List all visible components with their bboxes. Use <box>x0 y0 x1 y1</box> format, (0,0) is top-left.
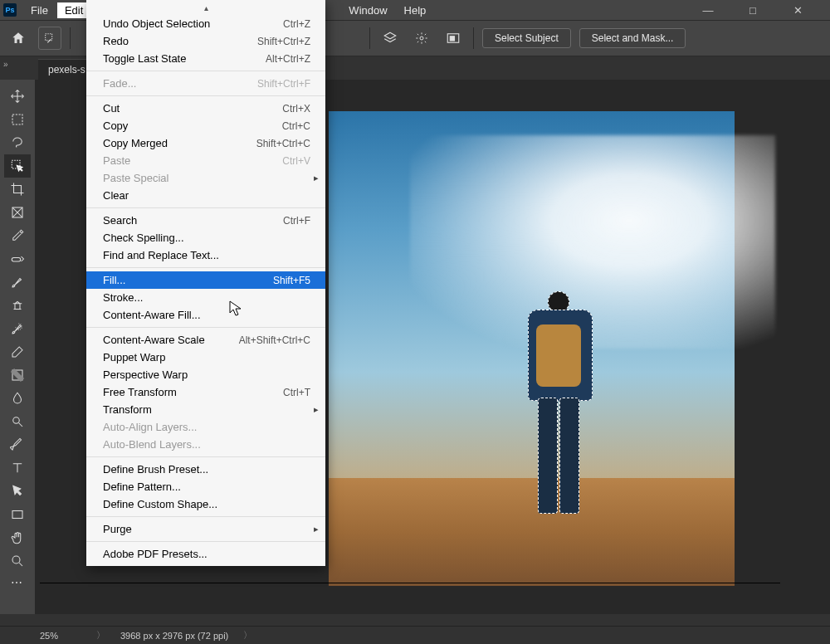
menu-item-label: Define Brush Preset... <box>103 463 208 476</box>
menu-item-label: Define Pattern... <box>103 481 181 493</box>
marquee-tool[interactable] <box>4 108 31 131</box>
close-button[interactable]: ✕ <box>785 2 810 18</box>
dodge-tool[interactable] <box>4 410 31 433</box>
svg-rect-3 <box>450 37 454 41</box>
panel-expand-handle[interactable]: » <box>3 60 13 69</box>
minimize-button[interactable]: — <box>696 2 720 18</box>
frame-tool[interactable] <box>4 201 31 224</box>
tool-preset-picker[interactable] <box>38 27 61 50</box>
menu-item-copy-merged[interactable]: Copy MergedShift+Ctrl+C <box>86 134 325 152</box>
zoom-level[interactable]: 25% <box>40 631 81 641</box>
menu-item-fade: Fade...Shift+Ctrl+F <box>86 75 325 92</box>
menu-item-paste-special: Paste Special <box>86 169 325 187</box>
blur-tool[interactable] <box>4 387 31 410</box>
menu-item-check-spelling[interactable]: Check Spelling... <box>86 229 325 246</box>
menu-separator <box>86 456 325 457</box>
menu-item-free-transform[interactable]: Free TransformCtrl+T <box>86 383 325 401</box>
menu-item-copy[interactable]: CopyCtrl+C <box>86 117 325 134</box>
menu-item-label: Copy <box>103 120 128 132</box>
pen-tool[interactable] <box>4 433 31 456</box>
menu-item-label: Content-Aware Scale <box>103 334 205 346</box>
separator <box>473 27 474 49</box>
document-canvas[interactable] <box>329 111 735 586</box>
menu-item-shortcut: Ctrl+X <box>282 103 310 115</box>
menu-item-shortcut: Ctrl+V <box>282 155 310 167</box>
menu-item-label: Copy Merged <box>103 137 168 149</box>
zoom-tool[interactable] <box>4 549 31 573</box>
maximize-button[interactable]: □ <box>740 2 765 18</box>
path-selection-tool[interactable] <box>4 480 31 503</box>
menu-separator <box>86 267 325 268</box>
home-button[interactable] <box>7 27 30 50</box>
image-subject <box>511 291 611 540</box>
menu-item-shortcut: Ctrl+C <box>282 120 310 132</box>
select-and-mask-button[interactable]: Select and Mask... <box>579 28 686 48</box>
menu-separator <box>86 541 325 542</box>
gear-icon[interactable] <box>410 27 433 50</box>
hand-tool[interactable] <box>4 526 31 549</box>
menu-item-label: Transform <box>103 403 152 416</box>
spot-heal-tool[interactable] <box>4 247 31 271</box>
menu-item-stroke[interactable]: Stroke... <box>86 289 325 306</box>
menu-item-adobe-pdf-presets[interactable]: Adobe PDF Presets... <box>86 545 325 563</box>
svg-point-11 <box>12 556 20 564</box>
menu-help[interactable]: Help <box>397 2 434 18</box>
edit-toolbar-button[interactable]: ⋯ <box>11 576 24 589</box>
layers-stack-icon[interactable] <box>378 27 402 50</box>
type-tool[interactable] <box>4 456 31 480</box>
menu-item-define-brush-preset[interactable]: Define Brush Preset... <box>86 461 325 478</box>
menu-item-content-aware-fill[interactable]: Content-Aware Fill... <box>86 306 325 324</box>
eyedropper-tool[interactable] <box>4 224 31 247</box>
menu-item-cut[interactable]: CutCtrl+X <box>86 100 325 117</box>
menu-item-label: Fill... <box>103 274 125 286</box>
mask-mode-icon[interactable] <box>442 27 465 50</box>
menu-item-label: Redo <box>103 35 129 47</box>
chevron-right-icon[interactable]: 〉 <box>96 629 105 642</box>
object-selection-tool[interactable] <box>4 154 31 178</box>
menu-item-transform[interactable]: Transform <box>86 401 325 418</box>
menu-item-find-and-replace-text[interactable]: Find and Replace Text... <box>86 246 325 264</box>
menu-window[interactable]: Window <box>341 2 394 18</box>
svg-rect-10 <box>12 511 22 519</box>
select-subject-button[interactable]: Select Subject <box>482 28 571 48</box>
menu-item-label: Purge <box>103 523 132 535</box>
menu-item-shortcut: Alt+Ctrl+Z <box>266 53 310 65</box>
crop-tool[interactable] <box>4 178 31 201</box>
lasso-tool[interactable] <box>4 131 31 154</box>
menu-item-label: Auto-Align Layers... <box>103 421 197 433</box>
eraser-tool[interactable] <box>4 340 31 363</box>
history-brush-tool[interactable] <box>4 317 31 340</box>
menu-item-toggle-last-state[interactable]: Toggle Last StateAlt+Ctrl+Z <box>86 50 325 67</box>
rectangle-tool[interactable] <box>4 503 31 526</box>
brush-tool[interactable] <box>4 271 31 294</box>
menu-item-clear[interactable]: Clear <box>86 187 325 204</box>
window-controls: — □ ✕ <box>696 2 827 18</box>
menu-item-redo[interactable]: RedoShift+Ctrl+Z <box>86 32 325 50</box>
menu-item-puppet-warp[interactable]: Puppet Warp <box>86 349 325 366</box>
menu-item-label: Stroke... <box>103 291 143 304</box>
menu-item-content-aware-scale[interactable]: Content-Aware ScaleAlt+Shift+Ctrl+C <box>86 331 325 349</box>
menu-item-purge[interactable]: Purge <box>86 520 325 538</box>
menu-item-shortcut: Shift+Ctrl+F <box>257 78 310 90</box>
menu-item-label: Paste <box>103 154 130 167</box>
selection-marquee <box>559 398 579 514</box>
gradient-tool[interactable] <box>4 363 31 387</box>
menu-item-label: Check Spelling... <box>103 232 184 244</box>
menu-item-define-custom-shape[interactable]: Define Custom Shape... <box>86 495 325 513</box>
menu-item-perspective-warp[interactable]: Perspective Warp <box>86 366 325 383</box>
menu-item-label: Free Transform <box>103 386 177 398</box>
menu-item-define-pattern[interactable]: Define Pattern... <box>86 478 325 495</box>
menu-item-label: Adobe PDF Presets... <box>103 548 208 560</box>
menu-scroll-up-icon[interactable]: ▴ <box>86 3 325 15</box>
menu-item-label: Paste Special <box>103 172 169 184</box>
menu-file[interactable]: File <box>23 2 56 18</box>
clone-stamp-tool[interactable] <box>4 294 31 317</box>
divider <box>40 583 780 583</box>
document-tab-overflow[interactable]: 3/8) * × <box>322 80 375 83</box>
menu-item-search[interactable]: SearchCtrl+F <box>86 212 325 229</box>
menu-item-undo-object-selection[interactable]: Undo Object SelectionCtrl+Z <box>86 15 325 32</box>
menu-item-shortcut: Ctrl+T <box>283 387 310 398</box>
chevron-right-icon[interactable]: 〉 <box>243 629 252 642</box>
menu-item-fill[interactable]: Fill...Shift+F5 <box>86 271 325 289</box>
move-tool[interactable] <box>4 85 31 108</box>
